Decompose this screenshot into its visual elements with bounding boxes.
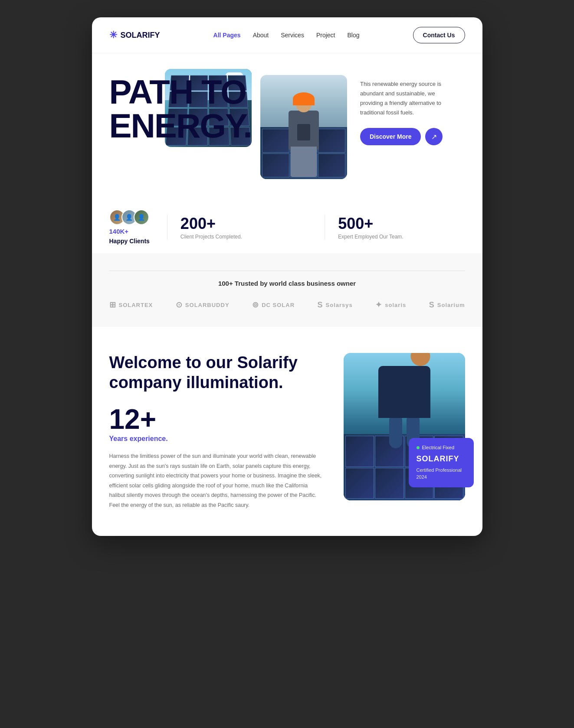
about-left: Welcome to our Solarify company illumina… xyxy=(109,353,322,510)
solartex-label: SOLARTEX xyxy=(119,302,153,308)
hero-left: PATH TO ENERGY. xyxy=(109,75,252,143)
page-wrapper: ✳ SOLARIFY All Pages About Services Proj… xyxy=(92,17,482,536)
brand-dcsolar: ⊚ DC SOLAR xyxy=(252,300,295,310)
about-description: Harness the limitless power of the sun a… xyxy=(109,451,322,510)
worker-figure xyxy=(280,92,328,179)
about-right: Electrical Fixed SOLARIFY Certified Prof… xyxy=(344,353,465,500)
hero-center xyxy=(260,75,347,179)
clients-count: 140K+ xyxy=(109,228,150,235)
experience-label: Years experience. xyxy=(109,435,322,443)
experts-stat: 500+ Expert Employed Our Team. xyxy=(325,215,465,240)
hero-description: This renewable energy source is abundant… xyxy=(360,79,456,118)
worker2-container xyxy=(378,353,430,448)
trusted-section: 100+ Trusted by world class business own… xyxy=(92,253,482,327)
experts-number: 500+ xyxy=(338,215,465,233)
logo[interactable]: ✳ SOLARIFY xyxy=(109,29,160,41)
about-section: Welcome to our Solarify company illumina… xyxy=(92,327,482,536)
experience-number: 12+ xyxy=(109,405,322,433)
nav-blog[interactable]: Blog xyxy=(347,32,359,39)
logo-icon: ✳ xyxy=(109,29,117,41)
solartex-icon: ⊞ xyxy=(109,300,116,310)
brand-name: SOLARIFY xyxy=(121,31,160,40)
sbg-cell xyxy=(345,468,374,499)
sbg-cell xyxy=(375,468,404,499)
nav-all-pages[interactable]: All Pages xyxy=(213,32,241,39)
hero-section: PATH TO ENERGY. xyxy=(92,53,482,196)
trusted-divider xyxy=(109,271,465,271)
brand-solarsys: S Solarsys xyxy=(318,300,353,310)
solarsys-label: Solarsys xyxy=(326,302,353,308)
experience-block: 12+ Years experience. xyxy=(109,405,322,443)
brands-row: ⊞ SOLARTEX ⊙ SOLARBUDDY ⊚ DC SOLAR S Sol… xyxy=(109,300,465,310)
worker-legs xyxy=(291,147,317,177)
brand-solarbuddy: ⊙ SOLARBUDDY xyxy=(176,300,230,310)
cert-badge: Electrical Fixed SOLARIFY Certified Prof… xyxy=(409,438,474,487)
dcsolar-label: DC SOLAR xyxy=(262,302,295,308)
solarsys-icon: S xyxy=(318,300,323,310)
worker-body xyxy=(289,111,319,150)
brand-solaris: ✦ solaris xyxy=(375,300,406,310)
brand-solarium: S Solarium xyxy=(429,300,465,310)
worker-helmet xyxy=(293,92,315,105)
solarbuddy-label: SOLARBUDDY xyxy=(185,302,230,308)
contact-button[interactable]: Contact Us xyxy=(413,27,465,43)
hero-title: PATH TO ENERGY. xyxy=(109,75,252,143)
nav-links: All Pages About Services Project Blog xyxy=(213,31,360,39)
worker2-body xyxy=(378,366,430,418)
nav-project[interactable]: Project xyxy=(316,32,335,39)
stats-row: 👤 👤 👤 140K+ Happy Clients 200+ Client Pr… xyxy=(92,196,482,253)
happy-clients-block: 👤 👤 👤 140K+ Happy Clients xyxy=(109,209,150,245)
projects-number: 200+ xyxy=(180,215,307,233)
projects-stat: 200+ Client Projects Completed. xyxy=(167,215,307,240)
about-title: Welcome to our Solarify company illumina… xyxy=(109,353,322,392)
navbar: ✳ SOLARIFY All Pages About Services Proj… xyxy=(92,17,482,53)
clients-label: Happy Clients xyxy=(109,238,150,245)
brand-solartex: ⊞ SOLARTEX xyxy=(109,300,153,310)
dcsolar-icon: ⊚ xyxy=(252,300,259,310)
experts-label: Expert Employed Our Team. xyxy=(338,234,465,240)
cert-status-text: Electrical Fixed xyxy=(422,445,455,450)
nav-about[interactable]: About xyxy=(253,32,269,39)
nav-services[interactable]: Services xyxy=(281,32,304,39)
solarium-icon: S xyxy=(429,300,435,310)
worker-image xyxy=(260,75,347,179)
cert-description: Certified Professional 2024 xyxy=(417,467,466,480)
hero-right: This renewable energy source is abundant… xyxy=(356,75,465,145)
avatar-face-3: 👤 xyxy=(134,210,148,224)
solaris-label: solaris xyxy=(385,302,406,308)
trusted-title: 100+ Trusted by world class business own… xyxy=(109,280,465,287)
solarbuddy-icon: ⊙ xyxy=(176,300,183,310)
projects-label: Client Projects Completed. xyxy=(180,234,307,240)
cert-company-name: SOLARIFY xyxy=(417,454,466,464)
discover-btn-group: Discover More ↗ xyxy=(360,128,465,145)
sbg-cell xyxy=(345,436,374,467)
client-avatars: 👤 👤 👤 xyxy=(109,209,150,225)
solarium-label: Solarium xyxy=(437,302,465,308)
arrow-button[interactable]: ↗ xyxy=(425,128,443,145)
worker-clipboard xyxy=(297,124,310,140)
discover-more-button[interactable]: Discover More xyxy=(360,128,421,145)
worker2-arm-left xyxy=(389,414,402,448)
cert-status-dot xyxy=(417,446,420,449)
cert-status: Electrical Fixed xyxy=(417,445,466,450)
worker2-head xyxy=(411,353,430,366)
avatar-3: 👤 xyxy=(134,209,149,225)
solaris-icon: ✦ xyxy=(375,300,382,310)
